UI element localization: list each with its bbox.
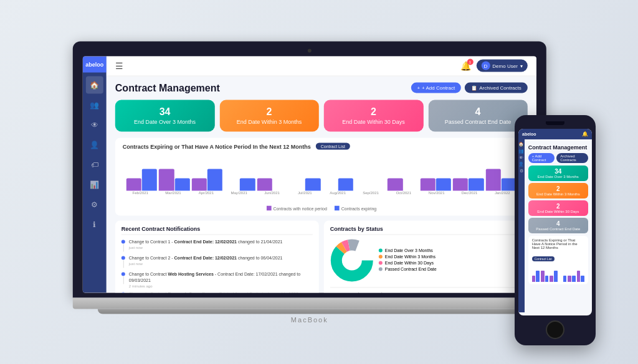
hamburger-icon[interactable]: ☰ bbox=[115, 61, 123, 71]
label-may: May/2021 bbox=[224, 191, 254, 195]
legend-expiring-icon bbox=[335, 206, 340, 211]
phone-action-buttons: + Add Contract Archived Contracts bbox=[528, 153, 588, 163]
stat-number-1: 34 bbox=[123, 106, 207, 117]
contracts-by-location-section: Contracts by Location bbox=[330, 287, 521, 292]
sidebar-item-user[interactable]: 👤 bbox=[86, 136, 103, 153]
phone-chart-btn[interactable]: Contract List bbox=[532, 256, 555, 261]
laptop: abeloo 🏠 👥 👁 👤 🏷 📊 ⚙ ℹ bbox=[73, 41, 546, 323]
chart-section: Contracts Expiring or That Have A Notice… bbox=[115, 138, 528, 216]
pie-legend-orange: End Date Within 3 Months bbox=[379, 254, 437, 259]
notif-time-2: just now bbox=[129, 261, 283, 265]
phone-page-title: Contract Management bbox=[528, 144, 588, 151]
bar-expiring-nov bbox=[436, 179, 451, 191]
notif-text-4: Change to Contract Research Consultancy … bbox=[129, 291, 298, 292]
phone-archived-button[interactable]: Archived Contracts bbox=[556, 153, 588, 163]
phone-bars bbox=[532, 263, 584, 282]
chart-header: Contracts Expiring or That Have A Notice… bbox=[123, 143, 520, 150]
phone-content: Contract Management + Add Contract Archi… bbox=[525, 139, 592, 312]
phone-sidebar-user[interactable]: 👤 bbox=[518, 162, 524, 167]
phone-add-contract-button[interactable]: + Add Contract bbox=[528, 153, 555, 163]
user-menu-button[interactable]: D Demo User ▾ bbox=[476, 60, 527, 72]
phone-bar-expiring-dec bbox=[572, 276, 576, 282]
chart-title: Contracts Expiring or That Have A Notice… bbox=[123, 143, 311, 149]
phone-stat-num-3: 2 bbox=[533, 203, 583, 210]
pie-chart bbox=[330, 239, 374, 282]
notification-bell[interactable]: 🔔 1 bbox=[460, 61, 471, 71]
pie-label-gray: Passed Contract End Date bbox=[385, 267, 437, 271]
pie-label-green: End Date Over 3 Months bbox=[385, 248, 433, 253]
notif-line-2 bbox=[121, 255, 125, 268]
top-bar-left: ☰ bbox=[115, 61, 123, 71]
sidebar-item-info[interactable]: ℹ bbox=[86, 215, 103, 233]
phone-bar-mar bbox=[541, 271, 548, 282]
phone-stat-num-1: 34 bbox=[533, 168, 583, 175]
phone-sidebar-eye[interactable]: 👁 bbox=[519, 156, 523, 160]
label-feb: Feb/2021 bbox=[125, 191, 156, 195]
bar-group-jun bbox=[257, 179, 287, 191]
phone-sidebar: 🏠 👥 👁 👤 ⚙ bbox=[518, 139, 525, 312]
archived-contracts-button[interactable]: 📋 Archived Contracts bbox=[465, 83, 528, 93]
notif-text-3: Change to Contract Web Hosting Services … bbox=[129, 271, 313, 284]
bar-expiring-mar bbox=[174, 179, 189, 191]
add-contract-button[interactable]: + + Add Contract bbox=[411, 83, 461, 93]
notif-item-1: Change to Contract 1 - Contract End Date… bbox=[121, 239, 313, 252]
contract-list-button[interactable]: Contract List bbox=[316, 143, 350, 150]
sidebar-item-tags[interactable]: 🏷 bbox=[86, 156, 103, 173]
laptop-brand: MacBook bbox=[73, 315, 546, 323]
phone-stat-orange[interactable]: 2 End Date Within 3 Months bbox=[528, 183, 588, 198]
notif-connector-2 bbox=[123, 261, 123, 268]
phone-stat-pink[interactable]: 2 End Date Within 30 Days bbox=[528, 200, 588, 216]
bar-expiring-aug bbox=[338, 179, 353, 191]
phone-bar-expiring-aug bbox=[563, 276, 567, 282]
notif-time-3: 2 minutes ago bbox=[129, 284, 313, 287]
phone-bar-expiring-apr bbox=[554, 271, 558, 282]
contracts-by-location-title: Contracts by Location bbox=[330, 292, 521, 292]
sidebar-item-eye[interactable]: 👁 bbox=[86, 116, 103, 133]
app-ui: abeloo 🏠 👥 👁 👤 🏷 📊 ⚙ ℹ bbox=[83, 56, 536, 292]
label-sep: Sep/2021 bbox=[356, 191, 386, 195]
phone-home-button[interactable] bbox=[546, 320, 564, 339]
phone-stat-cards: 34 End Date Over 3 Months 2 End Date Wit… bbox=[528, 166, 588, 233]
phone-chart-section: Contracts Expiring or That Have A Notice… bbox=[528, 236, 588, 284]
user-label: Demo User bbox=[492, 63, 517, 68]
notif-line-1 bbox=[121, 239, 125, 252]
phone-stat-num-2: 2 bbox=[533, 185, 583, 192]
phone-bar-notice-jan22 bbox=[577, 271, 581, 282]
phone-logo: abeloo bbox=[522, 132, 536, 136]
stat-card-green[interactable]: 34 End Date Over 3 Months bbox=[115, 100, 215, 132]
phone-sidebar-home[interactable]: 🏠 bbox=[518, 142, 524, 147]
bar-group-may bbox=[224, 179, 255, 191]
stat-cards: 34 End Date Over 3 Months 2 End Date Wit… bbox=[115, 100, 528, 132]
bar-group-aug bbox=[322, 179, 353, 191]
sidebar-item-home[interactable]: 🏠 bbox=[86, 76, 103, 93]
legend-expiring: Contracts expiring bbox=[335, 206, 376, 211]
stat-card-gray[interactable]: 4 Passed Contract End Date bbox=[428, 100, 528, 132]
phone-stat-lbl-3: End Date Within 30 Days bbox=[533, 210, 583, 213]
notif-line-4 bbox=[121, 291, 125, 292]
phone-stat-gray[interactable]: 4 Passed Contract End Date bbox=[528, 218, 588, 233]
bottom-section: Recent Contract Notifications Change to … bbox=[115, 221, 528, 292]
notif-text-1: Change to Contract 1 - Contract End Date… bbox=[129, 239, 283, 245]
phone-bar-expiring-jan22 bbox=[581, 276, 584, 282]
bar-notice-apr bbox=[192, 179, 207, 191]
sidebar-item-chart[interactable]: 📊 bbox=[86, 175, 103, 193]
sidebar-item-settings[interactable]: ⚙ bbox=[86, 195, 103, 213]
sidebar-item-users[interactable]: 👥 bbox=[86, 96, 103, 113]
phone-sidebar-users[interactable]: 👥 bbox=[518, 149, 524, 154]
label-apr: Apr/2021 bbox=[191, 191, 221, 195]
phone-notch bbox=[546, 121, 564, 125]
stat-number-2: 2 bbox=[227, 106, 312, 117]
bar-group-apr bbox=[192, 169, 222, 191]
phone-bar-dec bbox=[568, 276, 575, 282]
phone-stat-lbl-2: End Date Within 3 Months bbox=[533, 192, 583, 196]
stat-card-orange[interactable]: 2 End Date Within 3 Months bbox=[219, 100, 319, 132]
page-title: Contract Management bbox=[115, 82, 220, 93]
phone-notification-icon[interactable]: 🔔 bbox=[582, 131, 588, 137]
phone-sidebar-settings[interactable]: ⚙ bbox=[520, 169, 523, 174]
stat-card-pink[interactable]: 2 End Date Within 30 Days bbox=[324, 100, 424, 132]
phone-bar-aug bbox=[559, 276, 566, 282]
label-jul: Jul/2021 bbox=[290, 191, 320, 195]
pie-legend-green: End Date Over 3 Months bbox=[379, 248, 437, 253]
phone-stat-green[interactable]: 34 End Date Over 3 Months bbox=[528, 166, 588, 181]
notif-content-2: Change to Contract 2 - Contract End Date… bbox=[129, 255, 283, 266]
